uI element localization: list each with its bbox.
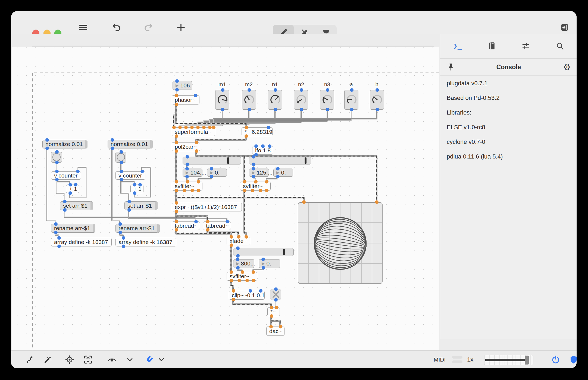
obj-tabread-2[interactable]: tabread~ (203, 221, 231, 230)
outlet[interactable] (175, 210, 178, 213)
redo-icon[interactable] (142, 21, 154, 33)
outlet[interactable] (251, 189, 254, 192)
slider-2[interactable] (249, 157, 311, 164)
obj-dac[interactable]: dac~ (266, 327, 284, 336)
outlet[interactable] (252, 163, 255, 166)
snap-magnet-icon[interactable] (143, 354, 155, 366)
obj-plus1-2[interactable]: + 1 (130, 185, 143, 193)
knob-b[interactable] (370, 90, 384, 110)
dsp-power-icon[interactable] (550, 354, 562, 366)
parameters-tab-mixer-icon[interactable] (522, 42, 530, 50)
obj-vcounter-2[interactable]: v counter (115, 171, 145, 180)
snap-chevron-down-icon[interactable] (155, 354, 167, 366)
atom-0-b[interactable]: ▶0. (273, 169, 293, 177)
outlet[interactable] (133, 191, 136, 195)
inlet[interactable] (175, 79, 179, 83)
inlet[interactable] (175, 201, 178, 205)
inlet[interactable] (252, 155, 255, 159)
knob-a[interactable] (344, 90, 358, 110)
bang-1[interactable] (51, 152, 62, 163)
inlet[interactable] (68, 183, 72, 186)
outlet[interactable] (175, 134, 178, 138)
inlet[interactable] (269, 325, 273, 328)
outlet[interactable] (206, 228, 209, 232)
msg-normalize-1[interactable]: normalize 0.01 (42, 140, 87, 148)
obj-clip[interactable]: clip~ -0.1 0.1 (229, 291, 265, 300)
inlet[interactable] (186, 155, 189, 159)
outlet[interactable] (195, 149, 198, 153)
bang-2[interactable] (115, 152, 126, 163)
inlet[interactable] (184, 126, 188, 129)
outlet[interactable] (122, 245, 125, 248)
atom-104[interactable]: ▶104.... (183, 169, 202, 177)
slider-3[interactable] (233, 248, 294, 256)
inlet[interactable] (175, 180, 178, 183)
outlet[interactable] (111, 147, 114, 150)
outlet[interactable] (252, 175, 255, 178)
msg-setarr-1[interactable]: set arr-$1 (60, 201, 93, 210)
toggle-sidebar-icon[interactable] (559, 21, 571, 33)
search-tab-search-icon[interactable] (556, 42, 564, 50)
console-tab-terminal-icon[interactable]: ❯_ (453, 42, 462, 50)
outlet[interactable] (376, 108, 379, 111)
msg-renamearr-1[interactable]: rename arr-$1 (51, 224, 95, 233)
inlet[interactable] (186, 180, 189, 183)
inlet[interactable] (118, 222, 122, 226)
outlet[interactable] (63, 208, 67, 212)
inlet[interactable] (248, 88, 251, 92)
inlet[interactable] (275, 306, 278, 309)
inlet[interactable] (274, 287, 278, 291)
outlet[interactable] (236, 266, 240, 270)
obj-phasor[interactable]: phasor~ (172, 95, 199, 104)
obj-expr[interactable]: expr~ (($v1+1)/2)*16387 (172, 203, 242, 211)
outlet[interactable] (270, 314, 273, 318)
undo-icon[interactable] (111, 21, 123, 33)
outlet[interactable] (243, 189, 246, 192)
slider-handle[interactable] (305, 157, 306, 164)
obj-plus1-1[interactable]: + 1 (66, 185, 79, 193)
inlet[interactable] (230, 235, 233, 239)
outlet[interactable] (326, 108, 329, 111)
volume-slider[interactable] (484, 355, 533, 365)
outlet[interactable] (274, 298, 278, 302)
inlet[interactable] (55, 170, 59, 173)
inlet[interactable] (237, 235, 240, 239)
outlet[interactable] (54, 231, 58, 234)
outlet[interactable] (175, 228, 178, 232)
inlet[interactable] (261, 258, 265, 261)
inlet[interactable] (138, 183, 142, 186)
inlet[interactable] (122, 236, 125, 240)
inlet[interactable] (55, 150, 59, 154)
inlet[interactable] (127, 200, 131, 203)
inlet[interactable] (249, 289, 252, 293)
outlet[interactable] (276, 175, 280, 178)
inlet[interactable] (375, 200, 379, 204)
inlet[interactable] (178, 126, 182, 129)
knob-n2[interactable] (294, 90, 308, 110)
inlet[interactable] (111, 138, 114, 142)
outlet[interactable] (300, 108, 303, 111)
center-canvas-target-icon[interactable] (64, 354, 76, 366)
new-object-plus-icon[interactable] (175, 21, 187, 33)
inlet[interactable] (274, 88, 277, 92)
outlet[interactable] (55, 178, 59, 181)
atom-800[interactable]: ▶800... (233, 259, 254, 268)
protect-shield-icon[interactable] (568, 354, 577, 366)
inlet[interactable] (202, 126, 206, 129)
outlet[interactable] (230, 243, 233, 247)
inlet[interactable] (185, 167, 189, 170)
inlet[interactable] (221, 88, 224, 92)
inlet[interactable] (195, 141, 198, 144)
inlet[interactable] (175, 220, 178, 223)
obj-lfo[interactable]: lfo 1.8 (252, 146, 273, 155)
inlet[interactable] (208, 126, 212, 129)
obj-svfilter-1[interactable]: svfilter~ (172, 182, 202, 191)
obj-svfilter-3[interactable]: svfilter~ (227, 272, 257, 281)
inlet[interactable] (175, 94, 178, 97)
outlet[interactable] (210, 175, 213, 178)
msg-renamearr-2[interactable]: rename arr-$1 (115, 224, 160, 233)
outlet[interactable] (175, 103, 178, 106)
inlet[interactable] (140, 170, 144, 173)
inlet[interactable] (267, 126, 270, 129)
outlet[interactable] (45, 147, 49, 150)
